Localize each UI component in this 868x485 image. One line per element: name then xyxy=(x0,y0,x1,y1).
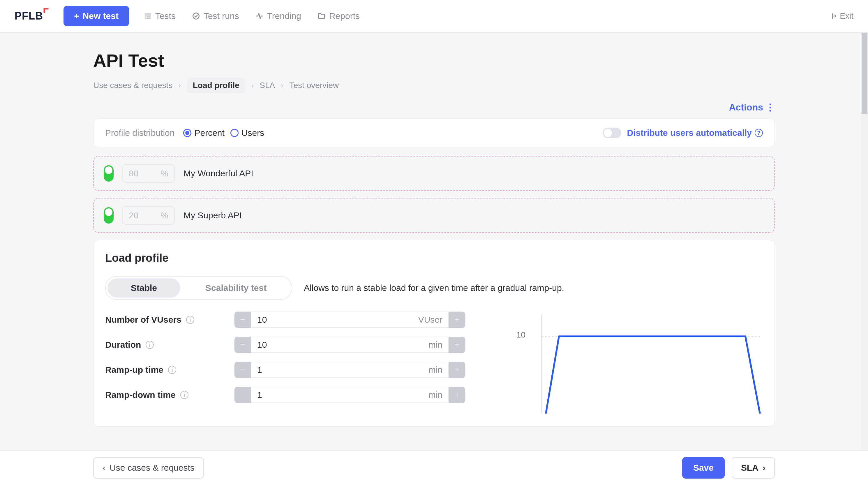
api-row: % My Superb API xyxy=(93,198,775,233)
tab-scalability[interactable]: Scalability test xyxy=(182,278,290,297)
crumb-overview[interactable]: Test overview xyxy=(289,81,339,90)
distribution-radio-group: Percent Users xyxy=(183,128,264,138)
percent-unit: % xyxy=(160,168,168,178)
page-title: API Test xyxy=(93,50,775,71)
save-button[interactable]: Save xyxy=(682,457,725,479)
footer: ‹ Use cases & requests Save SLA › xyxy=(0,450,868,485)
radio-percent[interactable]: Percent xyxy=(183,128,224,138)
api-name: My Wonderful API xyxy=(184,168,253,178)
distribute-auto-toggle[interactable] xyxy=(603,128,621,138)
percent-unit: % xyxy=(160,210,168,220)
new-test-button[interactable]: + New test xyxy=(63,6,129,26)
folder-icon xyxy=(317,12,326,20)
nav-tests[interactable]: Tests xyxy=(144,11,176,21)
topbar: PFLB + New test Tests Test runs Trending… xyxy=(0,0,868,33)
load-type-tabs: Stable Scalability test xyxy=(105,276,292,300)
crumb-load-profile[interactable]: Load profile xyxy=(187,78,245,93)
info-icon[interactable]: i xyxy=(168,366,176,374)
chevron-right-icon: › xyxy=(251,81,254,90)
main: API Test Use cases & requests › Load pro… xyxy=(0,33,868,427)
tab-stable[interactable]: Stable xyxy=(107,278,180,297)
param-label: Ramp-down time xyxy=(105,390,176,400)
nav-trending[interactable]: Trending xyxy=(255,11,301,21)
next-button[interactable]: SLA › xyxy=(732,457,775,479)
decrement-button[interactable]: − xyxy=(235,312,251,328)
param-label: Duration xyxy=(105,340,141,350)
radio-users[interactable]: Users xyxy=(230,128,264,138)
help-icon[interactable]: ? xyxy=(755,129,763,137)
new-test-label: New test xyxy=(83,11,119,21)
api-percent-input[interactable]: % xyxy=(122,164,175,183)
logo-text: PFLB xyxy=(14,10,43,22)
rampdown-input[interactable] xyxy=(257,390,286,400)
chevron-right-icon: › xyxy=(281,81,283,90)
duration-stepper: − min + xyxy=(235,337,465,353)
logo-accent-icon xyxy=(43,7,52,16)
param-list: Number of VUsers i − VUser + xyxy=(105,312,506,403)
param-unit: min xyxy=(429,340,442,350)
vertical-scrollbar[interactable] xyxy=(861,33,868,450)
activity-icon xyxy=(255,12,264,20)
nav-test-runs-label: Test runs xyxy=(204,11,239,21)
param-ramp-down: Ramp-down time i − min + xyxy=(105,387,506,403)
decrement-button[interactable]: − xyxy=(235,387,251,403)
chevron-right-icon: › xyxy=(763,463,766,473)
api-row: % My Wonderful API xyxy=(93,156,775,191)
scrollbar-thumb[interactable] xyxy=(862,33,867,114)
info-icon[interactable]: i xyxy=(180,391,188,399)
info-icon[interactable]: i xyxy=(146,341,154,349)
exit-label: Exit xyxy=(840,11,854,21)
api-enable-toggle[interactable] xyxy=(104,207,114,224)
actions-menu-button[interactable]: Actions ⋮ xyxy=(729,102,775,113)
kebab-icon: ⋮ xyxy=(766,102,775,113)
back-button[interactable]: ‹ Use cases & requests xyxy=(93,457,204,479)
api-percent-value[interactable] xyxy=(129,168,146,178)
rampdown-stepper: − min + xyxy=(235,387,465,403)
load-profile-card: Load profile Stable Scalability test All… xyxy=(93,240,775,427)
load-profile-title: Load profile xyxy=(105,252,763,264)
list-icon xyxy=(144,12,152,20)
param-unit: min xyxy=(429,390,442,400)
chevron-left-icon: ‹ xyxy=(102,463,105,473)
api-percent-input[interactable]: % xyxy=(122,206,175,225)
breadcrumb: Use cases & requests › Load profile › SL… xyxy=(93,78,775,93)
rampup-input[interactable] xyxy=(257,365,286,375)
exit-icon xyxy=(830,12,837,20)
distribute-auto-label: Distribute users automatically ? xyxy=(627,128,763,138)
back-label: Use cases & requests xyxy=(110,463,194,473)
load-type-description: Allows to run a stable load for a given … xyxy=(304,283,564,293)
increment-button[interactable]: + xyxy=(449,387,465,403)
crumb-sla[interactable]: SLA xyxy=(259,81,275,90)
load-chart: 10 xyxy=(530,312,763,415)
increment-button[interactable]: + xyxy=(449,362,465,378)
radio-icon xyxy=(183,129,191,137)
rampup-stepper: − min + xyxy=(235,362,465,378)
duration-input[interactable] xyxy=(257,340,286,350)
vusers-stepper: − VUser + xyxy=(235,312,465,328)
increment-button[interactable]: + xyxy=(449,312,465,328)
param-label: Ramp-up time xyxy=(105,365,163,375)
param-label: Number of VUsers xyxy=(105,315,182,325)
param-unit: VUser xyxy=(418,315,442,325)
increment-button[interactable]: + xyxy=(449,337,465,353)
crumb-use-cases[interactable]: Use cases & requests xyxy=(93,81,173,90)
exit-button[interactable]: Exit xyxy=(830,11,854,21)
param-unit: min xyxy=(429,365,442,375)
next-label: SLA xyxy=(741,463,758,473)
decrement-button[interactable]: − xyxy=(235,337,251,353)
decrement-button[interactable]: − xyxy=(235,362,251,378)
chevron-right-icon: › xyxy=(178,81,181,90)
distribute-auto-text: Distribute users automatically xyxy=(627,128,752,138)
nav-test-runs[interactable]: Test runs xyxy=(192,11,239,21)
vusers-input[interactable] xyxy=(257,315,286,325)
param-duration: Duration i − min + xyxy=(105,337,506,353)
info-icon[interactable]: i xyxy=(186,316,194,324)
chart-y-tick: 10 xyxy=(517,330,525,340)
toggle-knob xyxy=(604,129,612,137)
nav-reports[interactable]: Reports xyxy=(317,11,360,21)
api-enable-toggle[interactable] xyxy=(104,165,114,181)
distribution-card: Profile distribution Percent Users Distr… xyxy=(93,119,775,147)
radio-percent-label: Percent xyxy=(194,128,224,138)
logo[interactable]: PFLB xyxy=(14,10,52,22)
api-percent-value[interactable] xyxy=(129,210,146,220)
